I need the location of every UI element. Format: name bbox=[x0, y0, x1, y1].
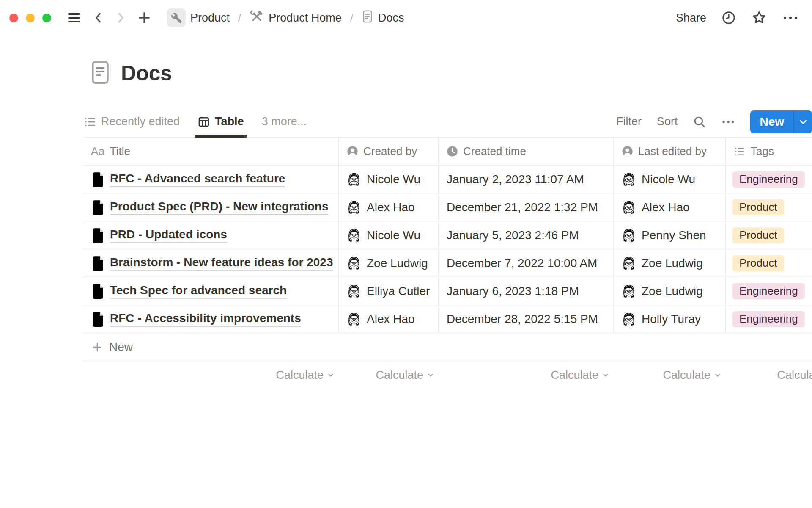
title-cell[interactable]: Brainstorm - New feature ideas for 2023 bbox=[83, 249, 339, 277]
created-by-cell[interactable]: Zoe Ludwig bbox=[339, 249, 439, 277]
list-icon bbox=[734, 146, 746, 157]
tag-badge[interactable]: Engineering bbox=[732, 283, 805, 299]
breadcrumb-item-docs[interactable]: Docs bbox=[359, 8, 407, 28]
document-icon bbox=[362, 10, 373, 26]
calculate-last-edited-by[interactable]: Calculate bbox=[614, 361, 726, 389]
doc-page-icon bbox=[91, 256, 104, 271]
new-button-group: New bbox=[750, 110, 812, 133]
doc-title-link[interactable]: PRD - Updated icons bbox=[110, 228, 227, 243]
hammer-wrench-icon bbox=[250, 9, 264, 27]
avatar bbox=[622, 312, 636, 326]
avatar bbox=[347, 256, 361, 271]
tag-badge[interactable]: Product bbox=[732, 255, 784, 271]
view-options-icon[interactable] bbox=[721, 119, 735, 125]
tags-cell[interactable]: Engineering bbox=[726, 277, 812, 305]
doc-title-link[interactable]: Tech Spec for advanced search bbox=[110, 284, 287, 299]
breadcrumb-separator: / bbox=[238, 11, 241, 25]
created-by-cell[interactable]: Nicole Wu bbox=[339, 221, 439, 249]
tab-table[interactable]: Table bbox=[197, 106, 245, 137]
tag-badge[interactable]: Engineering bbox=[732, 171, 805, 188]
filter-button[interactable]: Filter bbox=[616, 115, 642, 128]
last-edited-by-cell[interactable]: Holly Turay bbox=[614, 305, 726, 333]
created-by-cell[interactable]: Nicole Wu bbox=[339, 166, 439, 193]
favorite-star-icon[interactable] bbox=[751, 10, 767, 26]
title-cell[interactable]: RFC - Advanced search feature bbox=[83, 166, 339, 193]
sidebar-menu-icon[interactable] bbox=[66, 11, 82, 24]
table-row: Tech Spec for advanced search Elliya Cut… bbox=[83, 277, 812, 305]
updates-clock-icon[interactable] bbox=[721, 11, 736, 25]
new-row-button[interactable]: New bbox=[83, 333, 812, 361]
breadcrumb-item-product-home[interactable]: Product Home bbox=[247, 8, 344, 28]
calculate-created-by[interactable]: Calculate bbox=[339, 361, 439, 389]
more-options-icon[interactable] bbox=[782, 14, 798, 21]
title-cell[interactable]: Tech Spec for advanced search bbox=[83, 277, 339, 305]
title-cell[interactable]: Product Spec (PRD) - New integrations bbox=[83, 193, 339, 221]
tags-cell[interactable]: Product bbox=[726, 249, 812, 277]
tag-badge[interactable]: Product bbox=[732, 199, 784, 215]
breadcrumb-label: Product bbox=[190, 11, 230, 25]
doc-page-icon bbox=[91, 200, 104, 215]
created-time-cell[interactable]: December 21, 2022 1:32 PM bbox=[439, 193, 614, 221]
tags-cell[interactable]: Engineering bbox=[726, 305, 812, 333]
tags-cell[interactable]: Engineering bbox=[726, 166, 812, 193]
close-window-button[interactable] bbox=[9, 14, 18, 22]
title-cell[interactable]: PRD - Updated icons bbox=[83, 221, 339, 249]
created-time-cell[interactable]: January 5, 2023 2:46 PM bbox=[439, 221, 614, 249]
column-header-created-time[interactable]: Created time bbox=[439, 138, 614, 165]
created-time-cell[interactable]: January 2, 2023 11:07 AM bbox=[439, 166, 614, 193]
doc-page-icon bbox=[91, 228, 104, 243]
title-cell[interactable]: RFC - Accessibility improvements bbox=[83, 305, 339, 333]
sort-button[interactable]: Sort bbox=[657, 115, 678, 128]
last-edited-by-cell[interactable]: Nicole Wu bbox=[614, 166, 726, 193]
created-time-cell[interactable]: December 7, 2022 10:00 AM bbox=[439, 249, 614, 277]
window-titlebar: Product / Product Home / bbox=[0, 0, 812, 36]
new-button-dropdown[interactable] bbox=[793, 110, 812, 133]
last-edited-by-cell[interactable]: Zoe Ludwig bbox=[614, 249, 726, 277]
created-by-cell[interactable]: Alex Hao bbox=[339, 193, 439, 221]
back-icon[interactable] bbox=[92, 11, 104, 25]
column-header-title[interactable]: Aa Title bbox=[83, 138, 339, 165]
chevron-down-icon bbox=[327, 371, 335, 379]
tags-cell[interactable]: Product bbox=[726, 221, 812, 249]
tab-more-views[interactable]: 3 more... bbox=[261, 106, 308, 137]
avatar bbox=[622, 228, 636, 243]
breadcrumb-separator: / bbox=[350, 11, 353, 25]
doc-title-link[interactable]: Product Spec (PRD) - New integrations bbox=[110, 200, 329, 215]
last-edited-by-cell[interactable]: Zoe Ludwig bbox=[614, 277, 726, 305]
table-row: RFC - Advanced search feature Nicole Wu … bbox=[83, 166, 812, 193]
tags-cell[interactable]: Product bbox=[726, 193, 812, 221]
calculate-title[interactable]: Calculate bbox=[83, 361, 339, 389]
chevron-down-icon bbox=[427, 371, 434, 379]
created-by-cell[interactable]: Alex Hao bbox=[339, 305, 439, 333]
breadcrumb-item-product[interactable]: Product bbox=[165, 7, 232, 29]
column-header-created-by[interactable]: Created by bbox=[339, 138, 439, 165]
tag-badge[interactable]: Engineering bbox=[732, 311, 805, 327]
last-edited-by-cell[interactable]: Penny Shen bbox=[614, 221, 726, 249]
tab-recently-edited[interactable]: Recently edited bbox=[83, 106, 181, 137]
new-page-icon[interactable] bbox=[137, 11, 151, 25]
column-header-tags[interactable]: Tags bbox=[726, 138, 812, 165]
zoom-window-button[interactable] bbox=[42, 14, 51, 22]
doc-title-link[interactable]: RFC - Advanced search feature bbox=[110, 172, 285, 187]
new-button[interactable]: New bbox=[750, 110, 793, 133]
avatar bbox=[622, 256, 636, 271]
doc-title-link[interactable]: RFC - Accessibility improvements bbox=[110, 312, 301, 327]
search-icon[interactable] bbox=[693, 115, 706, 129]
created-by-cell[interactable]: Elliya Cutler bbox=[339, 277, 439, 305]
column-header-last-edited-by[interactable]: Last edited by bbox=[614, 138, 726, 165]
docs-table: Aa Title Created by Created time Last ed… bbox=[83, 138, 812, 389]
minimize-window-button[interactable] bbox=[26, 14, 35, 22]
tag-badge[interactable]: Product bbox=[732, 227, 784, 243]
doc-page-icon bbox=[91, 172, 104, 187]
created-time-cell[interactable]: January 6, 2023 1:18 PM bbox=[439, 277, 614, 305]
doc-title-link[interactable]: Brainstorm - New feature ideas for 2023 bbox=[110, 256, 333, 271]
calculate-tags[interactable]: Calculate bbox=[726, 361, 812, 389]
share-button[interactable]: Share bbox=[676, 11, 706, 25]
last-edited-by-cell[interactable]: Alex Hao bbox=[614, 193, 726, 221]
table-row: PRD - Updated icons Nicole Wu January 5,… bbox=[83, 221, 812, 249]
created-time-cell[interactable]: December 28, 2022 5:15 PM bbox=[439, 305, 614, 333]
page-document-icon[interactable] bbox=[90, 60, 111, 86]
page-title[interactable]: Docs bbox=[121, 61, 172, 86]
calculate-created-time[interactable]: Calculate bbox=[439, 361, 614, 389]
forward-icon[interactable] bbox=[115, 11, 127, 25]
